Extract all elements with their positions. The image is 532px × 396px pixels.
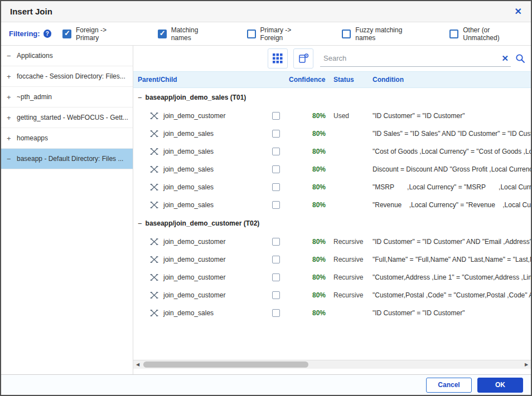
table-row[interactable]: join_demo_sales 80% "ID Customer" = "ID … — [133, 304, 531, 322]
table-header: Parent/Child Confidence Status Condition — [133, 71, 531, 88]
row-checkbox[interactable] — [272, 256, 280, 263]
confidence-value: 80% — [289, 291, 333, 299]
checkbox-icon[interactable] — [158, 30, 167, 38]
filtering-label: Filtering: — [9, 30, 40, 38]
join-name: join_demo_sales — [163, 201, 214, 209]
grid-view-button[interactable] — [268, 48, 288, 69]
row-checkbox[interactable] — [272, 165, 280, 173]
table-row[interactable]: join_demo_customer 80% Recursive "ID Cus… — [133, 233, 531, 251]
table-row[interactable]: join_demo_customer 80% Recursive "Custom… — [133, 268, 531, 286]
join-candidates-panel: ✕ Parent/Child Confidence Status Conditi… — [133, 46, 531, 374]
condition-value: "Revenue ,Local Currency" = "Revenue ,Lo… — [373, 201, 531, 209]
tree-expander-icon[interactable]: − — [7, 52, 17, 60]
join-settings-button[interactable] — [293, 48, 313, 69]
table-row[interactable]: join_demo_sales 80% "Revenue ,Local Curr… — [133, 196, 531, 214]
row-checkbox[interactable] — [272, 273, 280, 281]
tree-expander-icon[interactable]: + — [7, 134, 17, 143]
cancel-button[interactable]: Cancel — [426, 378, 472, 393]
condition-value: "ID Sales" = "ID Sales" AND "ID Customer… — [373, 130, 531, 138]
row-checkbox[interactable] — [272, 238, 280, 246]
confidence-value: 80% — [289, 201, 333, 209]
filter-checkbox[interactable]: Fuzzy matching names — [342, 26, 419, 42]
group-collapse-icon[interactable]: − — [138, 219, 142, 228]
row-checkbox[interactable] — [272, 291, 280, 299]
scroll-right-arrow-icon[interactable]: ▶ — [522, 360, 531, 369]
search-icon[interactable] — [515, 53, 525, 63]
scroll-left-arrow-icon[interactable]: ◀ — [133, 360, 142, 369]
row-checkbox[interactable] — [272, 201, 280, 209]
filter-checkbox[interactable]: Other (or Unmatched) — [449, 26, 523, 42]
filter-checkbox-group: Foreign -> Primary Matching names Primar… — [62, 26, 523, 42]
table-row[interactable]: join_demo_sales 80% "ID Sales" = "ID Sal… — [133, 125, 531, 143]
help-icon[interactable]: ? — [43, 30, 51, 38]
search-input[interactable] — [320, 52, 499, 65]
horizontal-scrollbar[interactable]: ◀ ▶ — [133, 360, 531, 369]
join-icon — [150, 238, 158, 245]
table-row[interactable]: join_demo_sales 80% Discount = Discount … — [133, 160, 531, 178]
clear-search-icon[interactable]: ✕ — [499, 53, 511, 63]
join-icon — [150, 113, 158, 119]
filter-checkbox-label: Other (or Unmatched) — [463, 26, 523, 42]
group-collapse-icon[interactable]: − — [138, 94, 142, 102]
confidence-value: 80% — [289, 238, 333, 246]
sidebar-item-label: homeapps — [17, 134, 48, 142]
sidebar-tree-item[interactable]: − baseapp - Default Directory: Files ... — [1, 149, 133, 169]
status-value: Recursive — [333, 238, 373, 246]
sidebar-tree-item[interactable]: + foccache - Session Directory: Files... — [1, 66, 133, 87]
join-table-body: − baseapp/join_demo_sales (T01) join_dem… — [133, 88, 531, 360]
search-box: ✕ — [319, 50, 526, 67]
ok-button[interactable]: OK — [477, 378, 523, 393]
join-name: join_demo_sales — [163, 309, 214, 317]
sidebar-tree-item[interactable]: + ~pth_admin — [1, 87, 133, 107]
row-checkbox[interactable] — [272, 148, 280, 155]
confidence-value: 80% — [289, 112, 333, 120]
checkbox-icon[interactable] — [342, 30, 351, 38]
status-value: Used — [333, 112, 373, 120]
toolbar: ✕ — [133, 46, 531, 71]
sidebar-item-label: baseapp - Default Directory: Files ... — [17, 155, 123, 163]
column-header-status[interactable]: Status — [333, 76, 373, 84]
column-header-parent-child[interactable]: Parent/Child — [138, 76, 289, 84]
filter-checkbox[interactable]: Primary -> Foreign — [247, 26, 312, 42]
table-row[interactable]: join_demo_customer 80% Used "ID Customer… — [133, 107, 531, 125]
sidebar-tree-item[interactable]: − Applications — [1, 46, 133, 66]
tree-expander-icon[interactable]: + — [7, 72, 17, 81]
table-group-row[interactable]: − baseapp/join_demo_customer (T02) — [133, 214, 531, 233]
filter-checkbox-label: Fuzzy matching names — [355, 26, 419, 42]
filter-checkbox[interactable]: Matching names — [158, 26, 216, 42]
status-value: Recursive — [333, 273, 373, 281]
column-header-condition[interactable]: Condition — [373, 76, 531, 84]
column-settings-icon — [298, 53, 309, 64]
filter-checkbox[interactable]: Foreign -> Primary — [62, 26, 127, 42]
join-name: join_demo_sales — [163, 130, 214, 138]
table-row[interactable]: join_demo_customer 80% Recursive "Full,N… — [133, 251, 531, 268]
join-icon — [150, 292, 158, 299]
condition-value: "Cost of Goods ,Local Currency" = "Cost … — [373, 148, 531, 155]
table-row[interactable]: join_demo_sales 80% "MSRP ,Local Currenc… — [133, 178, 531, 196]
scrollbar-thumb[interactable] — [143, 361, 308, 368]
dialog-titlebar: Insert Join ✕ — [1, 1, 531, 22]
row-checkbox[interactable] — [272, 130, 280, 138]
column-header-confidence[interactable]: Confidence — [289, 76, 333, 84]
confidence-value: 80% — [289, 148, 333, 155]
dialog-footer: Cancel OK — [1, 374, 531, 395]
sidebar-tree-item[interactable]: + homeapps — [1, 128, 133, 149]
table-row[interactable]: join_demo_sales 80% "Cost of Goods ,Loca… — [133, 143, 531, 160]
row-checkbox[interactable] — [272, 112, 280, 120]
filter-checkbox-label: Matching names — [171, 26, 216, 42]
table-group-row[interactable]: − baseapp/join_demo_sales (T01) — [133, 88, 531, 107]
confidence-value: 80% — [289, 183, 333, 191]
table-row[interactable]: join_demo_customer 80% Recursive "Custom… — [133, 286, 531, 304]
sidebar-tree-item[interactable]: + getting_started - WebFOCUS - Gett... — [1, 107, 133, 128]
tree-expander-icon[interactable]: + — [7, 93, 17, 101]
row-checkbox[interactable] — [272, 309, 280, 317]
checkbox-icon[interactable] — [247, 30, 256, 38]
checkbox-icon[interactable] — [449, 30, 458, 38]
status-value: Recursive — [333, 291, 373, 299]
row-checkbox[interactable] — [272, 183, 280, 191]
checkbox-icon[interactable] — [62, 30, 71, 38]
join-icon — [150, 166, 158, 173]
tree-expander-icon[interactable]: − — [7, 155, 17, 163]
close-icon[interactable]: ✕ — [515, 6, 522, 17]
tree-expander-icon[interactable]: + — [7, 114, 17, 122]
